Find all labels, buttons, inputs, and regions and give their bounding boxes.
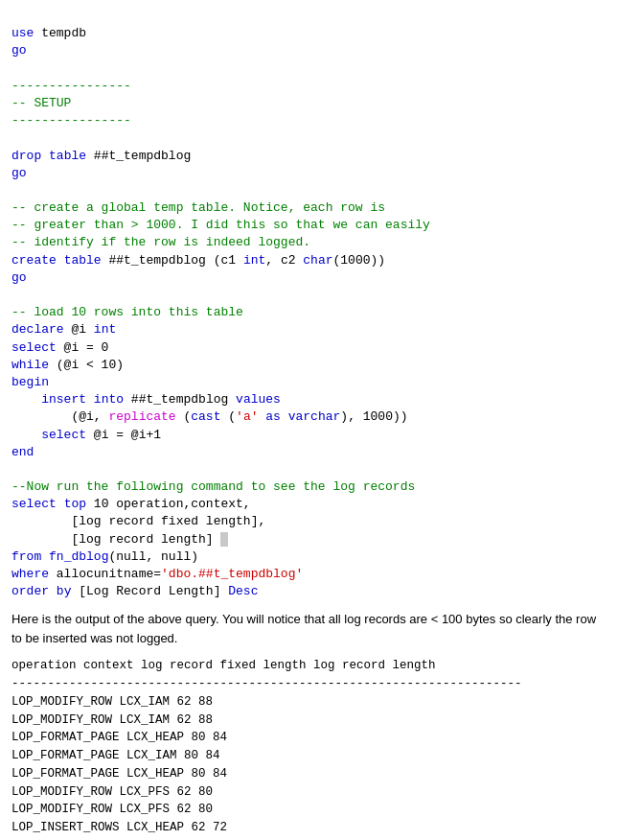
- comment5: --Now run the following command to see t…: [11, 479, 415, 494]
- kw-values: values: [236, 392, 281, 407]
- kw-go2: go: [11, 166, 27, 180]
- table-row: LOP_FORMAT_PAGE LCX_HEAP 80 84: [11, 729, 607, 747]
- table-divider: ----------------------------------------…: [11, 675, 607, 693]
- comment-setup: -- SETUP: [11, 96, 71, 110]
- kw-insert: insert: [41, 392, 86, 407]
- comment4: -- load 10 rows into this table: [11, 305, 243, 319]
- comment2: -- greater than > 1000. I did this so th…: [11, 218, 430, 232]
- table-row: LOP_INSERT_ROWS LCX_HEAP 62 72: [11, 819, 607, 837]
- kw-use: use: [11, 26, 34, 40]
- table-row: LOP_MODIFY_ROW LCX_PFS 62 80: [11, 783, 607, 802]
- kw-varchar: varchar: [288, 409, 341, 424]
- kw-drop: drop: [11, 149, 41, 163]
- kw-order: order: [11, 584, 49, 598]
- kw-end: end: [11, 445, 34, 459]
- str-a: 'a': [236, 409, 258, 424]
- str-tablename: 'dbo.##t_tempdblog': [161, 567, 303, 581]
- kw-char: char: [303, 253, 332, 268]
- kw-int1: int: [243, 253, 265, 268]
- kw-select3: select: [11, 497, 57, 511]
- table-row: LOP_MODIFY_ROW LCX_IAM 62 88: [11, 712, 607, 730]
- plain: tempdb: [34, 26, 86, 40]
- table-header: operation context log record fixed lengt…: [11, 657, 607, 675]
- kw-top: top: [64, 497, 86, 511]
- table-row: LOP_MODIFY_ROW LCX_IAM 62 88: [11, 693, 607, 712]
- kw-begin: begin: [11, 375, 49, 389]
- kw-as: as: [265, 409, 281, 424]
- kw-int2: int: [94, 322, 116, 337]
- divider2: ----------------: [11, 113, 131, 128]
- kw-by: by: [57, 584, 72, 598]
- paragraph-text: Here is the output of the above query. Y…: [11, 610, 607, 647]
- kw-create: create: [11, 253, 57, 268]
- kw-declare: declare: [11, 322, 64, 337]
- table-row: LOP_FORMAT_PAGE LCX_HEAP 80 84: [11, 765, 607, 783]
- code-section: use tempdb go ---------------- -- SETUP …: [11, 8, 607, 600]
- highlight-box: [220, 532, 228, 547]
- kw-desc: Desc: [228, 584, 258, 598]
- fn-dblog: fn_dblog: [49, 549, 108, 564]
- kw-where: where: [11, 567, 49, 581]
- table-row: LOP_MODIFY_ROW LCX_PFS 62 80: [11, 801, 607, 819]
- kw-select2: select: [41, 428, 86, 442]
- kw-table1: table: [49, 149, 86, 163]
- kw-select1: select: [11, 340, 57, 355]
- table-row: LOP_FORMAT_PAGE LCX_IAM 80 84: [11, 747, 607, 765]
- fn-replicate: replicate: [108, 409, 175, 424]
- kw-table2: table: [64, 253, 102, 268]
- kw-go1: go: [11, 43, 27, 58]
- kw-while: while: [11, 358, 49, 372]
- kw-cast: cast: [191, 409, 220, 424]
- comment1: -- create a global temp table. Notice, e…: [11, 200, 385, 215]
- comment3: -- identify if the row is indeed logged.: [11, 235, 310, 249]
- kw-into: into: [94, 392, 124, 407]
- kw-go3: go: [11, 270, 27, 285]
- kw-from: from: [11, 549, 41, 564]
- results-table: operation context log record fixed lengt…: [11, 657, 607, 840]
- divider1: ----------------: [11, 79, 131, 93]
